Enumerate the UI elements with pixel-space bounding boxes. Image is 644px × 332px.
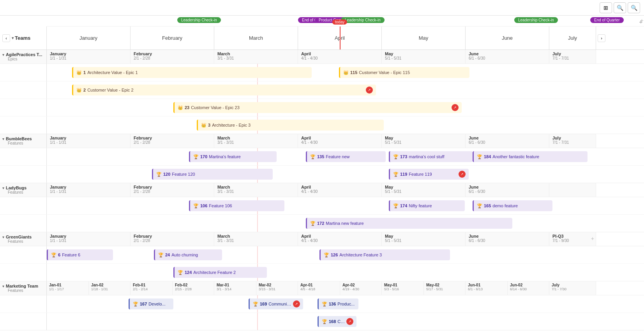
bb-jul-cell: July7/1 - 7/31 + bbox=[549, 134, 596, 148]
feat168-link[interactable]: ↗ bbox=[346, 318, 353, 325]
feat169-link[interactable]: ↗ bbox=[293, 300, 300, 307]
bb-feat-sidebar1 bbox=[0, 148, 47, 165]
gg-date-row: ▾ GreenGiants Features January1/1 - 1/31… bbox=[0, 232, 644, 246]
feat184-bar[interactable]: 🏆 184 Another fantastic feature bbox=[473, 151, 588, 162]
feat124-bar[interactable]: 🏆 124 Architecture Feature 2 bbox=[173, 267, 267, 278]
mkt-feat-row2: 🏆 168 Campa... ↗ bbox=[0, 313, 644, 330]
mkt-apr01-cell: Apr-014/5 - 4/18 + bbox=[298, 281, 340, 295]
mkt-mar02-cell: Mar-023/15 - 3/31 + bbox=[256, 281, 298, 295]
feat119-link[interactable]: ↗ bbox=[459, 171, 466, 178]
feat119-bar[interactable]: 🏆 119 Feature 119 ↗ bbox=[389, 169, 469, 180]
feat169-bar[interactable]: 🏆 169 Communica... ↗ bbox=[249, 298, 303, 309]
lb-feat-area2: 🏆 172 Martina new feature bbox=[47, 215, 644, 232]
gg-team-toggle[interactable]: ▾ GreenGiants bbox=[2, 235, 44, 239]
epic2-link[interactable]: ↗ bbox=[366, 87, 373, 94]
epic1-bar[interactable]: 👑 1 Architecture Value - Epic 1 bbox=[72, 67, 312, 78]
grid-view-button[interactable]: ⊞ bbox=[600, 2, 612, 13]
bb-jan-cell: January1/1 - 1/31 + bbox=[47, 134, 131, 148]
epic23-link[interactable]: ↗ bbox=[452, 104, 459, 111]
agile-epics-sidebar3 bbox=[0, 99, 47, 116]
feat135-bar[interactable]: 🏆 135 Feature new bbox=[306, 151, 386, 162]
agile-feb-cell: February2/1 - 2/28 + bbox=[131, 50, 214, 64]
bb-feat-row1: 🏆 170 Martina's feature 🏆 135 Feature ne… bbox=[0, 148, 644, 166]
leadership-chip-2[interactable]: Leadership Check-in bbox=[341, 17, 385, 23]
lb-team-toggle[interactable]: ▾ LadyBugs bbox=[2, 185, 44, 190]
feat167-bar[interactable]: 🏆 167 Develo... bbox=[129, 298, 173, 309]
feat173-bar[interactable]: 🏆 173 martina's cool stuff bbox=[389, 151, 473, 162]
zoom-in-button[interactable]: 🔍 bbox=[628, 2, 640, 13]
teams-label: Teams bbox=[15, 35, 30, 41]
month-header-jan: January bbox=[47, 26, 131, 49]
feat120-bar[interactable]: 🏆 120 Feature 120 bbox=[152, 169, 273, 180]
app-container: ⊞ 🔍 🔍 Leadership Check-in End of Quarter… bbox=[0, 0, 644, 332]
bb-jun-cell: June6/1 - 6/30 + bbox=[466, 134, 549, 148]
gg-jun-cell: June6/1 - 6/30 + bbox=[466, 232, 549, 246]
epic2-num: 2 bbox=[83, 88, 86, 92]
nav-next-button[interactable]: › bbox=[598, 34, 605, 42]
today-line-header bbox=[340, 26, 341, 49]
feat170-bar[interactable]: 🏆 170 Martina's feature bbox=[189, 151, 277, 162]
epic3-name: Architecture - Epic 3 bbox=[212, 123, 251, 127]
mkt-feat-sidebar2 bbox=[0, 313, 47, 330]
bb-feat-area1: 🏆 170 Martina's feature 🏆 135 Feature ne… bbox=[47, 148, 644, 165]
main-layout: Leadership Check-in End of Quarter Produ… bbox=[0, 16, 644, 332]
agile-may-month: May bbox=[385, 51, 401, 56]
bb-team-toggle[interactable]: ▾ BumbleBees bbox=[2, 136, 44, 141]
feat24-bar[interactable]: 🏆 24 Auto churning bbox=[154, 249, 222, 260]
zoom-out-button[interactable]: 🔍 bbox=[614, 2, 626, 13]
feat6-bar[interactable]: 🏆 6 Feature 6 bbox=[47, 249, 113, 260]
epic1-name: Architecture Value - Epic 1 bbox=[87, 70, 138, 75]
lb-jun-cell: June6/1 - 6/30 + bbox=[466, 183, 549, 197]
epic115-bar[interactable]: 👑 115 Customer Value - Epic 115 bbox=[339, 67, 469, 78]
bb-date-row: ▾ BumbleBees Features January1/1 - 1/31 … bbox=[0, 134, 644, 148]
epic23-bar[interactable]: 👑 23 Customer Value - Epic 23 ↗ bbox=[173, 102, 462, 113]
agile-team-toggle[interactable]: ▾ AgilePractices T... bbox=[2, 52, 44, 57]
agile-team-type: Epics bbox=[8, 57, 44, 61]
feat172-bar[interactable]: 🏆 172 Martina new feature bbox=[306, 218, 512, 229]
epic115-icon: 👑 bbox=[343, 70, 349, 75]
today-chip: today bbox=[332, 19, 347, 25]
lb-feat-sidebar2 bbox=[0, 215, 47, 232]
epic2-bar[interactable]: 👑 2 Customer Value - Epic 2 ↗ bbox=[72, 85, 376, 95]
feat126-bar[interactable]: 🏆 126 Architecture Feature 3 bbox=[319, 249, 450, 260]
agile-apr-cell: April4/1 - 4/30 + bbox=[298, 50, 382, 64]
bb-feat-area2: 🏆 120 Feature 120 🏆 119 Feature 119 ↗ bbox=[47, 166, 644, 183]
mkt-jul-add[interactable]: + bbox=[640, 18, 643, 23]
mkt-team-toggle[interactable]: ▾ Marketing Team bbox=[2, 284, 44, 288]
gg-piq3-add[interactable]: + bbox=[591, 235, 594, 242]
agile-mar-dates: 3/1 - 3/31 bbox=[217, 56, 234, 60]
epic2-icon: 👑 bbox=[76, 88, 82, 93]
lb-team-type: Features bbox=[8, 190, 44, 194]
feat168-bar[interactable]: 🏆 168 Campa... ↗ bbox=[318, 316, 356, 327]
feat165-bar[interactable]: 🏆 165 demo feature bbox=[473, 200, 552, 211]
epic2-name: Customer Value - Epic 2 bbox=[87, 88, 133, 92]
leadership-chip-1[interactable]: Leadership Check-in bbox=[177, 17, 221, 23]
timeline-panel[interactable]: Leadership Check-in End of Quarter Produ… bbox=[0, 16, 644, 332]
agile-date-row: ▾ AgilePractices T... Epics January1/1 -… bbox=[0, 50, 644, 64]
epic3-num: 3 bbox=[208, 123, 210, 127]
feat106-bar[interactable]: 🏆 106 Feature 106 bbox=[189, 200, 284, 211]
lb-apr-cell: April4/1 - 4/30 + bbox=[298, 183, 382, 197]
mkt-team-type: Features bbox=[8, 288, 44, 293]
mkt-team-name: Marketing Team bbox=[6, 284, 38, 288]
agile-feb-dates: 2/1 - 2/28 bbox=[134, 56, 152, 60]
teams-header: ‹ ▾ Teams bbox=[0, 26, 47, 49]
leadership-chip-3[interactable]: Leadership Check-in bbox=[514, 17, 558, 23]
lb-team-name: LadyBugs bbox=[6, 185, 26, 190]
agile-apr-dates: 4/1 - 4/30 bbox=[301, 56, 318, 60]
end-of-quarter-chip-2[interactable]: End of Quarter bbox=[590, 17, 624, 23]
gg-piq3-cell: PI-Q37/1 - 9/30 + bbox=[549, 232, 596, 246]
nav-prev-button[interactable]: ‹ bbox=[2, 34, 10, 42]
mkt-jun02-cell: Jun-026/14 - 6/30 + bbox=[508, 281, 549, 295]
lb-jul-cell bbox=[549, 183, 596, 197]
bb-apr-cell: April4/1 - 4/30 + bbox=[298, 134, 382, 148]
mkt-feat-sidebar1 bbox=[0, 295, 47, 313]
feat136-bar[interactable]: 🏆 136 Produc... bbox=[318, 298, 358, 309]
feat174-bar[interactable]: 🏆 174 Nifty feature bbox=[389, 200, 465, 211]
lb-may-cell: May5/1 - 5/31 + bbox=[382, 183, 466, 197]
epic3-bar[interactable]: 👑 3 Architecture - Epic 3 bbox=[197, 120, 384, 131]
lb-feat-row2: 🏆 172 Martina new feature bbox=[0, 215, 644, 232]
mkt-may01-cell: May-015/3 - 5/16 + bbox=[382, 281, 424, 295]
bb-feat-sidebar2 bbox=[0, 166, 47, 183]
teams-collapse[interactable]: ▾ Teams bbox=[12, 35, 30, 41]
